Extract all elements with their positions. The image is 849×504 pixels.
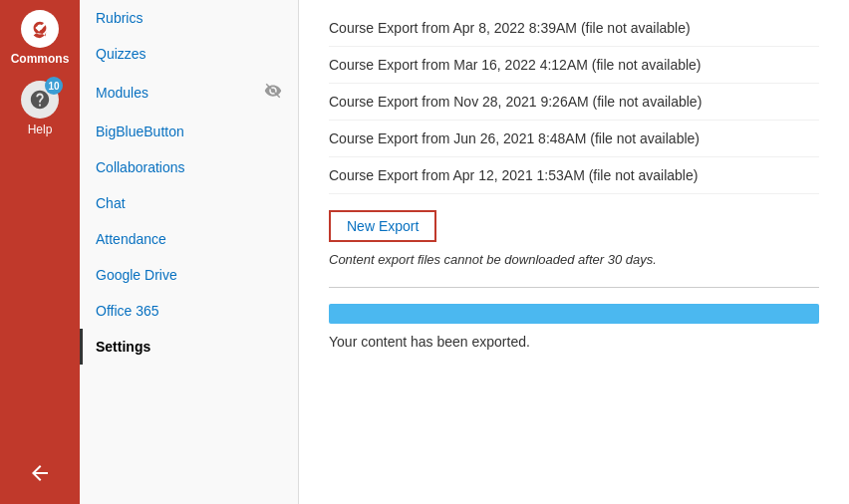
modules-eye-icon [264, 82, 282, 104]
export-item-1: Course Export from Apr 8, 2022 8:39AM (f… [329, 10, 819, 47]
commons-nav-item[interactable]: Commons [11, 10, 70, 66]
back-button[interactable] [28, 461, 52, 489]
nav-item-modules[interactable]: Modules [80, 72, 298, 114]
nav-item-attendance[interactable]: Attendance [80, 221, 298, 257]
divider [329, 287, 819, 288]
export-item-4: Course Export from Jun 26, 2021 8:48AM (… [329, 121, 819, 157]
new-export-button[interactable]: New Export [329, 210, 436, 242]
nav-item-chat[interactable]: Chat [80, 185, 298, 221]
export-item-3: Course Export from Nov 28, 2021 9:26AM (… [329, 84, 819, 121]
help-icon: 10 [21, 81, 59, 119]
nav-item-settings[interactable]: Settings [80, 329, 298, 365]
nav-item-office-365[interactable]: Office 365 [80, 293, 298, 329]
commons-icon [21, 10, 59, 48]
export-notice: Content export files cannot be downloade… [329, 252, 819, 267]
sidebar: Commons 10 Help [0, 0, 80, 504]
nav-item-bigbluebutton[interactable]: BigBlueButton [80, 114, 298, 149]
export-item-5: Course Export from Apr 12, 2021 1:53AM (… [329, 157, 819, 194]
nav-item-rubrics[interactable]: Rubrics [80, 0, 298, 36]
commons-label: Commons [11, 52, 70, 66]
nav-item-collaborations[interactable]: Collaborations [80, 149, 298, 185]
progress-bar [329, 304, 819, 324]
help-badge: 10 [45, 77, 63, 95]
export-list: Course Export from Apr 8, 2022 8:39AM (f… [329, 10, 819, 194]
export-item-2: Course Export from Mar 16, 2022 4:12AM (… [329, 47, 819, 84]
nav-item-google-drive[interactable]: Google Drive [80, 257, 298, 293]
nav-menu: Rubrics Quizzes Modules BigBlueButton Co… [80, 0, 299, 504]
export-success-message: Your content has been exported. [329, 334, 819, 350]
nav-item-quizzes[interactable]: Quizzes [80, 36, 298, 72]
help-nav-item[interactable]: 10 Help [21, 81, 59, 136]
help-label: Help [28, 123, 53, 136]
main-content: Course Export from Apr 8, 2022 8:39AM (f… [299, 0, 849, 504]
